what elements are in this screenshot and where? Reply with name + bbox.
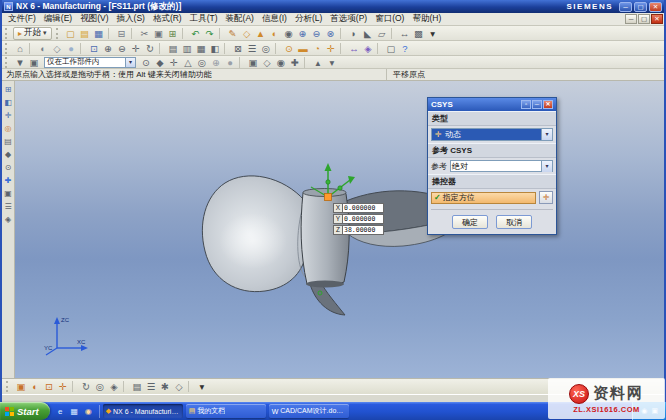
print-button[interactable]: ⊟ — [115, 27, 129, 40]
roles-tab[interactable]: ◈ — [3, 214, 14, 225]
layer-settings-button[interactable]: ☰ — [245, 42, 259, 55]
csys-constructor-button[interactable]: ✛ — [539, 191, 553, 204]
ok-button[interactable]: 确定 — [452, 215, 488, 229]
ie-launcher-icon[interactable]: e — [54, 405, 67, 418]
reuse-library-tab[interactable]: ◆ — [3, 149, 14, 160]
toolbar-grip[interactable] — [6, 381, 11, 392]
create-geometry-button[interactable]: ⊡ — [42, 380, 56, 393]
system-materials-tab[interactable]: ☰ — [3, 201, 14, 212]
extrude-button[interactable]: ▲ — [254, 27, 268, 40]
line-button[interactable]: ▬ — [296, 42, 310, 55]
generate-toolpath-button[interactable]: ↻ — [79, 380, 93, 393]
constraint-navigator-tab[interactable]: ◧ — [3, 97, 14, 108]
pan-button[interactable]: ✛ — [129, 42, 143, 55]
machine-tool-view-button[interactable]: ▤ — [130, 380, 144, 393]
studio-view-button[interactable]: ● — [64, 42, 78, 55]
fit-view-button[interactable]: ⊡ — [87, 42, 101, 55]
menu-file[interactable]: 文件(F) — [4, 13, 40, 25]
cancel-button[interactable]: 取消 — [496, 215, 532, 229]
create-method-button[interactable]: ✛ — [56, 380, 70, 393]
menu-tools[interactable]: 工具(T) — [186, 13, 222, 25]
subtract-button[interactable]: ⊖ — [310, 27, 324, 40]
menu-information[interactable]: 信息(I) — [258, 13, 291, 25]
snap-endpoint-button[interactable]: ◆ — [153, 56, 167, 69]
select-face-button[interactable]: ▣ — [246, 56, 260, 69]
side-view-button[interactable]: ▦ — [194, 42, 208, 55]
chevron-down-icon[interactable]: ▾ — [541, 161, 552, 172]
taskbar-item-documents[interactable]: ▤ 我的文档 — [186, 404, 266, 418]
highlight-selection-button[interactable]: ✚ — [288, 56, 302, 69]
window-button[interactable]: ▢ — [384, 42, 398, 55]
paste-button[interactable]: ⊞ — [166, 27, 180, 40]
object-analysis-button[interactable]: ◈ — [361, 42, 375, 55]
intersect-button[interactable]: ⊗ — [324, 27, 338, 40]
coordinate-field[interactable]: Z 38.00000 — [333, 225, 384, 235]
media-player-icon[interactable]: ◉ — [82, 405, 95, 418]
menu-edit[interactable]: 编辑(E) — [40, 13, 76, 25]
coordinate-field[interactable]: X 0.000000 — [333, 203, 384, 213]
snap-intersection-button[interactable]: △ — [181, 56, 195, 69]
csys-type-dropdown[interactable]: ✛ 动态 ▾ — [431, 128, 553, 141]
undo-button[interactable]: ↶ — [189, 27, 203, 40]
rotate-view-button[interactable]: ↻ — [143, 42, 157, 55]
revolve-button[interactable]: ◐ — [268, 27, 282, 40]
orient-view-button[interactable]: ⌂ — [13, 42, 27, 55]
history-tab[interactable]: ▣ — [3, 188, 14, 199]
selection-scope-dropdown[interactable]: 仅在工作部件内 ▾ — [44, 57, 136, 68]
snap-center-button[interactable]: ◎ — [195, 56, 209, 69]
method-view-button[interactable]: ◇ — [172, 380, 186, 393]
internet-explorer-tab[interactable]: ✚ — [3, 175, 14, 186]
more-views-button[interactable]: ▾ — [195, 380, 209, 393]
menu-view[interactable]: 视图(V) — [76, 13, 112, 25]
assembly-navigator-tab[interactable]: ⊞ — [3, 84, 14, 95]
coordinate-input[interactable]: 0.000000 — [342, 203, 384, 213]
coordinate-input[interactable]: 0.000000 — [342, 214, 384, 224]
mdi-minimize-button[interactable]: ─ — [625, 14, 637, 24]
cut-button[interactable]: ✂ — [138, 27, 152, 40]
wireframe-view-button[interactable]: ◇ — [50, 42, 64, 55]
toolbar-grip[interactable] — [56, 28, 61, 39]
menu-help[interactable]: 帮助(H) — [408, 13, 445, 25]
datum-csys-button[interactable]: ✛ — [324, 42, 338, 55]
select-body-button[interactable]: ◉ — [274, 56, 288, 69]
point-button[interactable]: ⊙ — [282, 42, 296, 55]
shaded-view-button[interactable]: ◐ — [36, 42, 50, 55]
geometry-view-button[interactable]: ✱ — [158, 380, 172, 393]
redo-button[interactable]: ↷ — [203, 27, 217, 40]
general-selection-button[interactable]: ▾ — [325, 56, 339, 69]
toolbar-grip[interactable] — [5, 28, 10, 39]
start-button[interactable]: Start — [0, 402, 50, 420]
dialog-minimize-button[interactable]: ─ — [532, 100, 542, 109]
measure-distance-button[interactable]: ↔ — [347, 42, 361, 55]
edge-blend-button[interactable]: ◗ — [347, 27, 361, 40]
close-button[interactable]: ✕ — [649, 2, 662, 12]
coordinate-input[interactable]: 38.00000 — [342, 225, 384, 235]
create-operation-button[interactable]: ▣ — [14, 380, 28, 393]
snap-existing-point-button[interactable]: ● — [223, 56, 237, 69]
postprocess-button[interactable]: ◈ — [107, 380, 121, 393]
top-view-button[interactable]: ▥ — [180, 42, 194, 55]
chevron-down-icon[interactable]: ▾ — [541, 129, 552, 140]
create-tool-button[interactable]: ◐ — [28, 380, 42, 393]
chevron-down-icon[interactable]: ▾ — [125, 58, 135, 67]
taskbar-item-word[interactable]: W CAD/CAM设计.doc - Mi... — [269, 404, 349, 418]
part-navigator-tab[interactable]: ✛ — [3, 110, 14, 121]
open-file-button[interactable]: ▤ — [78, 27, 92, 40]
verify-toolpath-button[interactable]: ◎ — [93, 380, 107, 393]
hole-button[interactable]: ◉ — [282, 27, 296, 40]
snap-point-button[interactable]: ⊙ — [139, 56, 153, 69]
machine-tool-navigator-tab[interactable]: ▤ — [3, 136, 14, 147]
show-hide-button[interactable]: ◎ — [259, 42, 273, 55]
mdi-restore-button[interactable]: ▢ — [638, 14, 650, 24]
unite-button[interactable]: ⊕ — [296, 27, 310, 40]
maximize-button[interactable]: ▢ — [634, 2, 647, 12]
snap-midpoint-button[interactable]: ✛ — [167, 56, 181, 69]
program-order-view-button[interactable]: ☰ — [144, 380, 158, 393]
menu-window[interactable]: 窗口(O) — [371, 13, 408, 25]
reference-dropdown[interactable]: 绝对 ▾ — [450, 160, 553, 172]
selection-filter-button[interactable]: ▼ — [13, 56, 27, 69]
mdi-close-button[interactable]: ✕ — [651, 14, 663, 24]
zoom-out-button[interactable]: ⊖ — [115, 42, 129, 55]
snapshot-button[interactable]: ⊠ — [231, 42, 245, 55]
arc-button[interactable]: ◔ — [310, 42, 324, 55]
